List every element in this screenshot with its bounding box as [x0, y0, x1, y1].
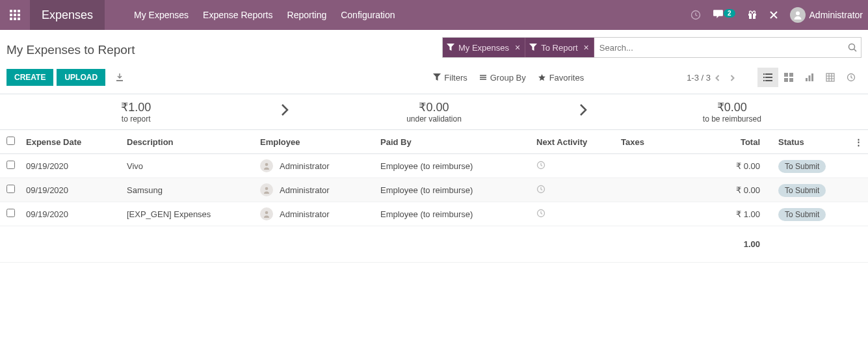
summary-under-validation[interactable]: ₹0.00 under validation [298, 100, 570, 124]
col-employee[interactable]: Employee [255, 130, 375, 154]
close-icon[interactable] [769, 10, 778, 20]
employee-name: Administrator [280, 209, 330, 219]
col-activity[interactable]: Next Activity [531, 130, 616, 154]
page-title: My Expenses to Report [7, 38, 442, 57]
col-description[interactable]: Description [122, 130, 255, 154]
svg-point-31 [265, 163, 269, 166]
funnel-icon [447, 44, 454, 51]
table-header-row: Expense Date Description Employee Paid B… [0, 130, 868, 154]
view-pivot[interactable] [820, 68, 841, 87]
filter-chip-my-expenses: My Expenses × [443, 38, 525, 57]
cell-spacer [849, 202, 868, 226]
apps-launcher[interactable] [0, 0, 30, 30]
search-icon[interactable] [844, 43, 861, 52]
summary-label: to be reimbursed [596, 114, 868, 124]
row-select-cell [0, 178, 21, 202]
cell-status: To Submit [765, 154, 849, 178]
search-bar: My Expenses × To Report × [442, 37, 861, 58]
select-all-checkbox[interactable] [7, 137, 15, 145]
search-input[interactable] [594, 38, 844, 57]
row-checkbox[interactable] [7, 209, 15, 217]
activity-clock-icon[interactable] [536, 161, 546, 170]
control-row: My Expenses to Report My Expenses × To R… [0, 30, 868, 62]
summary-label: under validation [298, 114, 570, 124]
clock-icon[interactable] [690, 10, 701, 20]
summary-to-report[interactable]: ₹1.00 to report [0, 100, 272, 124]
row-checkbox[interactable] [7, 161, 15, 169]
svg-rect-29 [826, 73, 834, 81]
col-taxes[interactable]: Taxes [616, 130, 713, 154]
svg-rect-24 [784, 78, 788, 82]
svg-rect-19 [765, 77, 772, 78]
gift-icon[interactable] [747, 10, 757, 20]
svg-rect-12 [752, 14, 753, 19]
messages-button[interactable]: 2 [713, 8, 735, 21]
view-graph[interactable] [799, 68, 820, 87]
topbar-right: 2 Administrator [690, 7, 868, 23]
cell-taxes [616, 202, 713, 226]
cell-status: To Submit [765, 178, 849, 202]
upload-button[interactable]: UPLOAD [57, 69, 105, 86]
row-select-cell [0, 154, 21, 178]
activity-clock-icon[interactable] [536, 185, 546, 194]
cell-description: [EXP_GEN] Expenses [122, 202, 255, 226]
col-total[interactable]: Total [713, 130, 765, 154]
table-row[interactable]: 09/19/2020 [EXP_GEN] Expenses Administra… [0, 202, 868, 226]
filters-button[interactable]: Filters [433, 73, 467, 83]
nav-configuration[interactable]: Configuration [341, 10, 395, 20]
col-status[interactable]: Status [765, 130, 849, 154]
activity-clock-icon[interactable] [536, 209, 546, 218]
groupby-button[interactable]: Group By [479, 73, 526, 83]
cell-activity [531, 202, 616, 226]
col-date[interactable]: Expense Date [21, 130, 122, 154]
create-button[interactable]: CREATE [7, 69, 53, 86]
cell-total: ₹ 0.00 [713, 154, 765, 178]
svg-rect-20 [763, 80, 765, 81]
chip-remove[interactable]: × [582, 42, 591, 53]
user-menu[interactable]: Administrator [790, 7, 863, 23]
nav-reporting[interactable]: Reporting [287, 10, 327, 20]
favorites-label: Favorites [549, 73, 584, 83]
expense-table: Expense Date Description Employee Paid B… [0, 130, 868, 263]
footer-total: 1.00 [713, 226, 765, 263]
svg-point-14 [849, 44, 855, 50]
app-name[interactable]: Expenses [30, 0, 105, 30]
summary-label: to report [0, 114, 272, 124]
cell-taxes [616, 154, 713, 178]
cell-description: Samsung [122, 178, 255, 202]
nav-my-expenses[interactable]: My Expenses [134, 10, 189, 20]
cell-paidby: Employee (to reimburse) [375, 202, 531, 226]
employee-name: Administrator [280, 161, 330, 171]
table-row[interactable]: 09/19/2020 Samsung Administrator Employe… [0, 178, 868, 202]
summary-to-reimburse[interactable]: ₹0.00 to be reimbursed [596, 100, 868, 124]
svg-rect-4 [14, 14, 16, 16]
status-badge: To Submit [778, 184, 826, 197]
svg-rect-25 [789, 78, 793, 82]
svg-rect-5 [18, 14, 20, 16]
view-switcher [757, 68, 861, 87]
cell-date: 09/19/2020 [21, 178, 122, 202]
pager-prev[interactable] [711, 72, 725, 83]
view-kanban[interactable] [778, 68, 799, 87]
col-paidby[interactable]: Paid By [375, 130, 531, 154]
chip-remove[interactable]: × [513, 42, 522, 53]
footer-row: 1.00 [0, 226, 868, 263]
view-list[interactable] [757, 68, 778, 87]
cell-spacer [849, 154, 868, 178]
favorites-button[interactable]: Favorites [538, 73, 584, 83]
cell-total: ₹ 1.00 [713, 202, 765, 226]
filters-label: Filters [444, 73, 467, 83]
col-actions[interactable]: ⋮ [849, 130, 868, 154]
table-row[interactable]: 09/19/2020 Vivo Administrator Employee (… [0, 154, 868, 178]
nav-expense-reports[interactable]: Expense Reports [203, 10, 272, 20]
cell-employee: Administrator [255, 154, 375, 178]
svg-rect-6 [10, 18, 12, 20]
download-icon[interactable] [115, 73, 124, 82]
row-checkbox[interactable] [7, 185, 15, 193]
cell-date: 09/19/2020 [21, 202, 122, 226]
view-activity[interactable] [841, 68, 861, 87]
svg-rect-21 [765, 80, 772, 81]
chat-icon [713, 8, 724, 20]
pager-next[interactable] [725, 72, 739, 83]
svg-rect-7 [14, 18, 16, 20]
